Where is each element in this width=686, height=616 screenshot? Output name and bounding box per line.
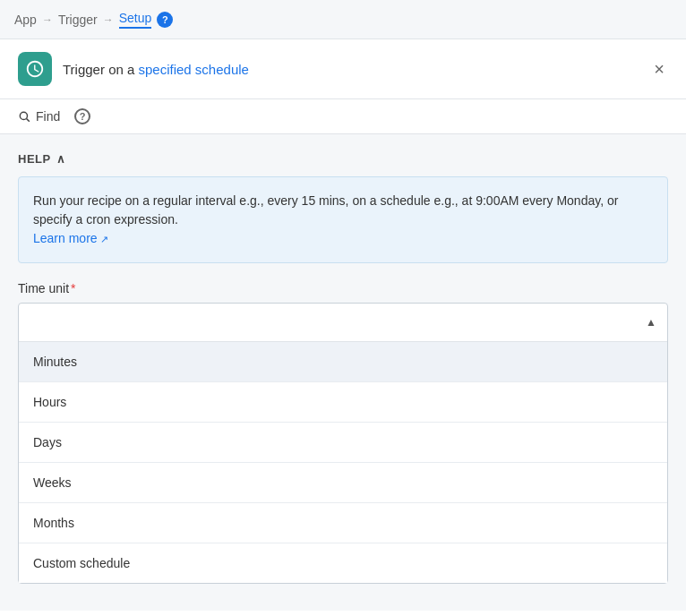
trigger-prefix: Trigger bbox=[63, 62, 105, 77]
clock-svg bbox=[25, 59, 45, 79]
help-chevron: ∧ bbox=[56, 152, 66, 166]
help-description: Run your recipe on a regular interval e.… bbox=[33, 193, 618, 227]
option-hours[interactable]: Hours bbox=[19, 382, 667, 423]
nav-app-label: App bbox=[14, 13, 37, 27]
nav-trigger-label: Trigger bbox=[58, 13, 98, 27]
help-box: Run your recipe on a regular interval e.… bbox=[18, 176, 668, 263]
close-button[interactable]: × bbox=[650, 56, 668, 81]
trigger-title-group: Trigger on a specified schedule bbox=[18, 52, 249, 86]
nav-setup-label: Setup bbox=[119, 11, 152, 25]
learn-more-link[interactable]: Learn more↗ bbox=[33, 231, 108, 245]
trigger-middle: on a bbox=[105, 62, 139, 77]
nav-arrow-2: → bbox=[103, 13, 114, 26]
toolbar-help-icon[interactable]: ? bbox=[74, 108, 90, 124]
trigger-description: Trigger on a specified schedule bbox=[63, 62, 249, 77]
find-button[interactable]: Find bbox=[18, 109, 60, 124]
nav-trigger[interactable]: Trigger bbox=[58, 13, 98, 27]
help-label: HELP bbox=[18, 152, 51, 166]
trigger-header: Trigger on a specified schedule × bbox=[0, 39, 686, 99]
time-unit-field: Time unit* ▲ Minutes Hours Days Weeks bbox=[18, 281, 668, 584]
svg-line-1 bbox=[27, 119, 30, 122]
option-custom-schedule[interactable]: Custom schedule bbox=[19, 543, 667, 583]
option-minutes[interactable]: Minutes bbox=[19, 342, 667, 382]
toolbar: Find ? bbox=[0, 99, 686, 134]
option-days[interactable]: Days bbox=[19, 423, 667, 463]
dropdown-header[interactable]: ▲ bbox=[19, 304, 667, 341]
nav-help-icon[interactable]: ? bbox=[157, 12, 173, 28]
svg-point-0 bbox=[20, 112, 27, 119]
top-navigation: App → Trigger → Setup ? bbox=[0, 0, 686, 39]
clock-icon bbox=[18, 52, 52, 86]
nav-arrow-1: → bbox=[42, 13, 53, 26]
time-unit-label: Time unit* bbox=[18, 281, 668, 295]
trigger-link: specified schedule bbox=[139, 62, 249, 77]
option-months[interactable]: Months bbox=[19, 503, 667, 543]
nav-setup[interactable]: Setup bbox=[119, 11, 152, 29]
find-label: Find bbox=[36, 109, 60, 124]
dropdown-arrow-icon: ▲ bbox=[646, 316, 656, 329]
dropdown-options-list: Minutes Hours Days Weeks Months Custom s… bbox=[19, 341, 667, 583]
search-icon bbox=[18, 110, 30, 123]
option-weeks[interactable]: Weeks bbox=[19, 463, 667, 503]
time-unit-dropdown[interactable]: ▲ Minutes Hours Days Weeks Months bbox=[18, 303, 668, 584]
external-link-icon: ↗ bbox=[100, 232, 108, 247]
nav-app[interactable]: App bbox=[14, 13, 37, 27]
help-toggle[interactable]: HELP ∧ bbox=[18, 152, 668, 166]
main-content: HELP ∧ Run your recipe on a regular inte… bbox=[0, 134, 686, 611]
required-indicator: * bbox=[71, 281, 75, 295]
